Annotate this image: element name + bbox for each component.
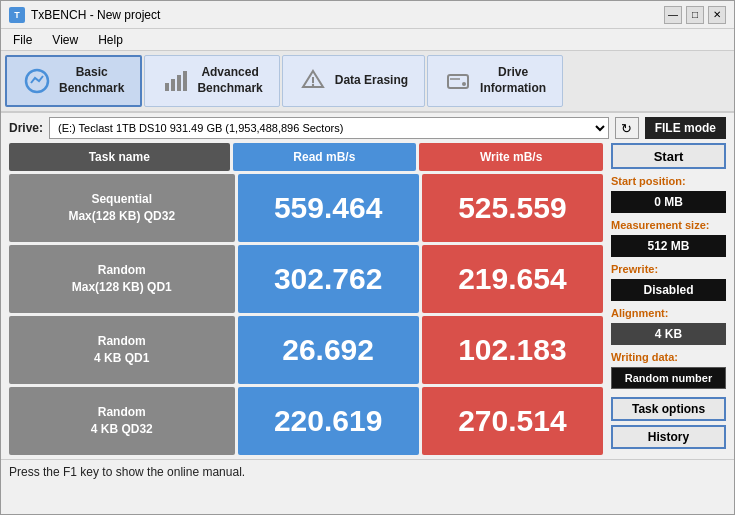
writing-data-value[interactable]: Random number: [611, 367, 726, 389]
tab-data-erasing[interactable]: Data Erasing: [282, 55, 425, 107]
drive-refresh-button[interactable]: ↻: [615, 117, 639, 139]
app-icon: T: [9, 7, 25, 23]
task-random-128k: RandomMax(128 KB) QD1: [9, 245, 235, 313]
measurement-size-value: 512 MB: [611, 235, 726, 257]
write-random-4k-qd32: 270.514: [422, 387, 603, 455]
drive-information-icon: [444, 67, 472, 95]
drive-information-label: DriveInformation: [480, 65, 546, 96]
minimize-button[interactable]: —: [664, 6, 682, 24]
svg-point-0: [26, 70, 48, 92]
svg-rect-1: [165, 83, 169, 91]
start-position-label: Start position:: [611, 175, 726, 187]
read-random-128k: 302.762: [238, 245, 419, 313]
header-read: Read mB/s: [233, 143, 417, 171]
drive-row: Drive: (E:) Teclast 1TB DS10 931.49 GB (…: [1, 113, 734, 143]
task-random-4k-qd1: Random4 KB QD1: [9, 316, 235, 384]
writing-data-label: Writing data:: [611, 351, 726, 363]
file-mode-button[interactable]: FILE mode: [645, 117, 726, 139]
svg-rect-8: [448, 75, 468, 88]
svg-point-9: [462, 82, 466, 86]
task-options-button[interactable]: Task options: [611, 397, 726, 421]
svg-rect-2: [171, 79, 175, 91]
read-random-4k-qd32: 220.619: [238, 387, 419, 455]
advanced-benchmark-icon: [161, 67, 189, 95]
benchmark-table: Task name Read mB/s Write mB/s Sequentia…: [9, 143, 603, 455]
read-random-4k-qd1: 26.692: [238, 316, 419, 384]
tab-advanced-benchmark[interactable]: AdvancedBenchmark: [144, 55, 279, 107]
title-bar-left: T TxBENCH - New project: [9, 7, 160, 23]
basic-benchmark-label: BasicBenchmark: [59, 65, 124, 96]
window-title: TxBENCH - New project: [31, 8, 160, 22]
alignment-value: 4 KB: [611, 323, 726, 345]
title-bar-controls[interactable]: — □ ✕: [664, 6, 726, 24]
drive-select[interactable]: (E:) Teclast 1TB DS10 931.49 GB (1,953,4…: [49, 117, 609, 139]
menu-bar: File View Help: [1, 29, 734, 51]
data-erasing-label: Data Erasing: [335, 73, 408, 89]
title-bar: T TxBENCH - New project — □ ✕: [1, 1, 734, 29]
close-button[interactable]: ✕: [708, 6, 726, 24]
svg-rect-3: [177, 75, 181, 91]
write-sequential: 525.559: [422, 174, 603, 242]
right-panel: Start Start position: 0 MB Measurement s…: [611, 143, 726, 455]
menu-help[interactable]: Help: [90, 31, 131, 49]
write-random-128k: 219.654: [422, 245, 603, 313]
tab-drive-information[interactable]: DriveInformation: [427, 55, 563, 107]
start-position-value: 0 MB: [611, 191, 726, 213]
tab-basic-benchmark[interactable]: BasicBenchmark: [5, 55, 142, 107]
menu-file[interactable]: File: [5, 31, 40, 49]
table-row: Random4 KB QD1 26.692 102.183: [9, 316, 603, 384]
table-row: RandomMax(128 KB) QD1 302.762 219.654: [9, 245, 603, 313]
toolbar: BasicBenchmark AdvancedBenchmark Data Er…: [1, 51, 734, 113]
menu-view[interactable]: View: [44, 31, 86, 49]
table-header: Task name Read mB/s Write mB/s: [9, 143, 603, 171]
task-random-4k-qd32: Random4 KB QD32: [9, 387, 235, 455]
advanced-benchmark-label: AdvancedBenchmark: [197, 65, 262, 96]
history-button[interactable]: History: [611, 425, 726, 449]
data-erasing-icon: [299, 67, 327, 95]
svg-rect-4: [183, 71, 187, 91]
status-text: Press the F1 key to show the online manu…: [9, 465, 245, 479]
prewrite-value: Disabled: [611, 279, 726, 301]
status-bar: Press the F1 key to show the online manu…: [1, 459, 734, 483]
table-row: Random4 KB QD32 220.619 270.514: [9, 387, 603, 455]
measurement-size-label: Measurement size:: [611, 219, 726, 231]
start-button[interactable]: Start: [611, 143, 726, 169]
alignment-label: Alignment:: [611, 307, 726, 319]
svg-point-7: [312, 84, 314, 86]
basic-benchmark-icon: [23, 67, 51, 95]
content-wrapper: Task name Read mB/s Write mB/s Sequentia…: [1, 143, 734, 459]
drive-label: Drive:: [9, 121, 43, 135]
prewrite-label: Prewrite:: [611, 263, 726, 275]
task-sequential: SequentialMax(128 KB) QD32: [9, 174, 235, 242]
table-row: SequentialMax(128 KB) QD32 559.464 525.5…: [9, 174, 603, 242]
header-task: Task name: [9, 143, 230, 171]
read-sequential: 559.464: [238, 174, 419, 242]
header-write: Write mB/s: [419, 143, 603, 171]
maximize-button[interactable]: □: [686, 6, 704, 24]
write-random-4k-qd1: 102.183: [422, 316, 603, 384]
